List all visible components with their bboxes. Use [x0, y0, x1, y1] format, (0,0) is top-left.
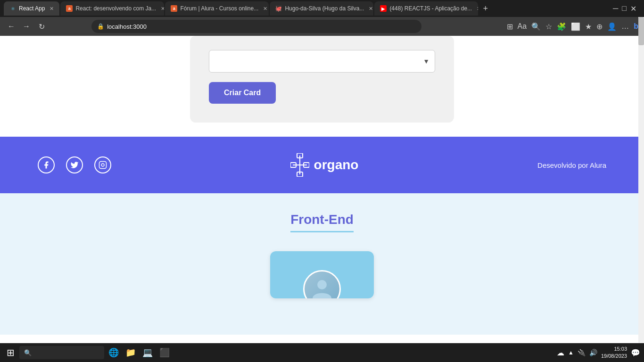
team-card: [270, 251, 374, 298]
tab-youtube[interactable]: ▶ (448) REACTJS - Aplicação de... ✕: [374, 1, 478, 16]
tab-label-react: React App: [19, 5, 45, 12]
svg-point-8: [317, 280, 327, 289]
tab-close-react[interactable]: ✕: [50, 6, 54, 12]
favorites-icon[interactable]: ☆: [545, 22, 552, 31]
add-to-desktop-icon[interactable]: ⊞: [507, 22, 513, 31]
tab-alura-course[interactable]: a React: desenvolvendo com Ja... ✕: [60, 1, 164, 16]
scrollbar-track[interactable]: [638, 17, 644, 335]
tab-favicon-github: 🐙: [275, 5, 282, 12]
page-content: Front-End Back-End Design ▼ Criar Card: [0, 36, 644, 335]
tab-close-github[interactable]: ✕: [369, 6, 373, 12]
address-text: localhost:3000: [107, 23, 147, 30]
svg-rect-0: [99, 162, 107, 169]
tab-bar: ⚛ React App ✕ a React: desenvolvendo com…: [0, 0, 644, 17]
footer: organo Desevolvido por Alura: [0, 137, 644, 193]
tab-favicon-alura1: a: [66, 5, 73, 12]
address-bar-row: ← → ↻ 🔒 localhost:3000 ⊞ Aa 🔍 ☆ 🧩 ⬜ ★ ⊕ …: [0, 17, 644, 36]
more-options-icon[interactable]: …: [621, 22, 629, 31]
forward-button[interactable]: →: [21, 22, 32, 31]
facebook-icon[interactable]: [38, 156, 55, 173]
organo-logo-icon: [290, 153, 309, 177]
back-button[interactable]: ←: [6, 22, 17, 31]
bing-icon[interactable]: b: [634, 22, 638, 31]
tab-forum[interactable]: a Fórum | Alura - Cursos online... ✕: [165, 1, 269, 16]
scrollbar-thumb[interactable]: [638, 17, 644, 45]
favorites-bar-icon[interactable]: ★: [585, 22, 592, 31]
collections-icon[interactable]: ⊕: [596, 22, 603, 31]
footer-logo-text: organo: [314, 157, 359, 173]
twitter-icon[interactable]: [66, 156, 83, 173]
close-browser-button[interactable]: ✕: [630, 4, 636, 13]
footer-logo: organo: [290, 153, 359, 177]
team-card-header: [270, 251, 374, 298]
extensions-icon[interactable]: 🧩: [557, 22, 566, 31]
select-wrapper: Front-End Back-End Design ▼: [209, 50, 435, 73]
new-tab-button[interactable]: +: [479, 4, 492, 14]
avatar-placeholder: [305, 270, 339, 298]
tab-close-forum[interactable]: ✕: [263, 6, 267, 12]
minimize-button[interactable]: ─: [613, 4, 618, 13]
tab-favicon-forum: a: [171, 5, 177, 12]
criar-card-button[interactable]: Criar Card: [209, 82, 276, 104]
section-title: Front-End: [290, 212, 354, 232]
form-section: Front-End Back-End Design ▼ Criar Card: [0, 36, 644, 137]
tab-favicon-react: ⚛: [9, 5, 16, 12]
address-box[interactable]: 🔒 localhost:3000: [91, 20, 421, 33]
footer-social: [38, 156, 111, 173]
instagram-icon[interactable]: [94, 156, 111, 173]
tab-label-forum: Fórum | Alura - Cursos online...: [180, 5, 258, 12]
team-select[interactable]: Front-End Back-End Design: [209, 50, 435, 73]
tab-label-alura1: React: desenvolvendo com Ja...: [75, 5, 156, 12]
tab-github[interactable]: 🐙 Hugo-da-Silva (Hugo da Silva... ✕: [270, 1, 373, 16]
profile-icon[interactable]: 👤: [607, 22, 617, 31]
main-content: Front-End: [0, 193, 644, 335]
tab-react-app[interactable]: ⚛ React App ✕: [4, 1, 59, 16]
lock-icon: 🔒: [97, 23, 104, 30]
footer-dev-text: Desevolvido por Alura: [537, 161, 606, 169]
maximize-button[interactable]: □: [622, 4, 627, 13]
zoom-icon[interactable]: 🔍: [531, 22, 541, 31]
team-card-avatar: [303, 270, 341, 298]
read-mode-icon[interactable]: Aa: [518, 22, 527, 31]
form-card: Front-End Back-End Design ▼ Criar Card: [190, 36, 454, 123]
tab-label-github: Hugo-da-Silva (Hugo da Silva...: [285, 5, 364, 12]
tab-close-youtube[interactable]: ✕: [477, 6, 478, 12]
tab-label-youtube: (448) REACTJS - Aplicação de...: [389, 5, 472, 12]
toolbar-icons: ⊞ Aa 🔍 ☆ 🧩 ⬜ ★ ⊕ 👤 … b: [507, 22, 638, 31]
tab-favicon-youtube: ▶: [380, 5, 387, 12]
split-view-icon[interactable]: ⬜: [571, 22, 580, 31]
refresh-button[interactable]: ↻: [36, 22, 47, 31]
tab-close-alura1[interactable]: ✕: [161, 6, 164, 12]
